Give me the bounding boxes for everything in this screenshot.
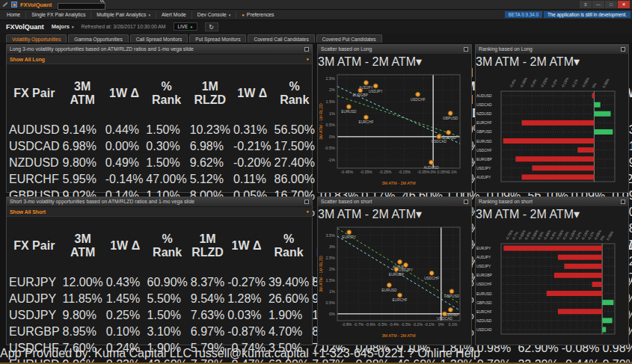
value-cell: 11.85% bbox=[62, 291, 104, 306]
panel-checkbox[interactable] bbox=[621, 200, 625, 204]
svg-text:0%: 0% bbox=[329, 312, 335, 316]
svg-text:0%: 0% bbox=[438, 322, 444, 327]
minimize-button[interactable]: — bbox=[592, 1, 604, 8]
menu-item-multiple-pair[interactable]: Multiple Pair Analytics▾ bbox=[91, 11, 156, 19]
category-label: GBPUSD bbox=[476, 301, 492, 305]
panel-title: Ranking based on short bbox=[479, 197, 533, 206]
ranking-short-panel: Ranking based on short 3M ATM - 2M ATM▾ … bbox=[475, 197, 629, 345]
value-cell: -0.74% bbox=[227, 341, 266, 356]
ranking-bar bbox=[503, 246, 602, 251]
tab-gamma-opportunities[interactable]: Gamma Opportunities bbox=[68, 34, 129, 43]
svg-text:0.5%: 0.5% bbox=[325, 300, 335, 305]
panel-checkbox[interactable] bbox=[464, 47, 468, 52]
column-header[interactable]: 3M ATM bbox=[62, 218, 104, 274]
menu-item-home[interactable]: Home bbox=[1, 11, 26, 19]
column-header[interactable]: 1M RLZD bbox=[190, 218, 225, 274]
value-cell: 6.97% bbox=[190, 324, 225, 339]
value-cell: 46.60% bbox=[396, 357, 438, 364]
panel-checkbox[interactable] bbox=[304, 200, 309, 204]
panel-titlebar: Ranking based on short bbox=[476, 197, 628, 207]
svg-text:USDCHF: USDCHF bbox=[411, 98, 426, 102]
panel-checkbox[interactable] bbox=[464, 200, 468, 204]
pair-group-dropdown[interactable]: Majors▾ bbox=[52, 23, 74, 30]
category-label: USDCAD bbox=[476, 328, 492, 332]
tab-volatility-opportunities[interactable]: Volatility Opportunities bbox=[6, 34, 67, 43]
panel-title: Scatter based on short bbox=[321, 197, 372, 206]
column-header[interactable]: FX Pair bbox=[8, 218, 61, 274]
live-toggle[interactable]: LIVE● bbox=[174, 22, 197, 31]
svg-text:-0.2%: -0.2% bbox=[550, 78, 559, 89]
value-cell: 7.87% bbox=[311, 357, 353, 364]
metric-dropdown[interactable]: 3M ATM - 2M ATM▾ bbox=[318, 208, 422, 220]
metric-dropdown[interactable]: 3M ATM - 2M ATM▾ bbox=[318, 55, 422, 68]
svg-text:-0.25%: -0.25% bbox=[540, 76, 549, 88]
refresh-button[interactable]: ↻ bbox=[205, 22, 218, 31]
column-header[interactable]: % Rank bbox=[145, 66, 187, 121]
table-row[interactable]: EURUSD9.06%0.23%42.60%7.78%-0.47%62.90%7… bbox=[8, 357, 632, 364]
svg-text:-0.6%: -0.6% bbox=[365, 322, 375, 327]
dev-notice-badge: The application is still in development. bbox=[544, 11, 631, 18]
svg-text:USDCAD: USDCAD bbox=[432, 140, 447, 144]
ranking-bar bbox=[594, 102, 600, 108]
value-cell: 0.08% bbox=[355, 357, 394, 364]
value-cell: 17.50% bbox=[274, 139, 316, 154]
main-content: Long 3-mo volatility opportunities based… bbox=[0, 43, 632, 347]
short-opportunities-panel: Short 3-mo volatility opportunities base… bbox=[6, 197, 313, 345]
value-cell: 6.98% bbox=[189, 139, 231, 154]
panel-titlebar: Scatter based on Long bbox=[318, 45, 471, 55]
column-header[interactable]: 1W Δ bbox=[105, 66, 144, 121]
window-menu-icon[interactable]: ≡ bbox=[580, 1, 592, 8]
value-cell: 0.70% bbox=[601, 357, 632, 364]
column-header[interactable]: 1W Δ bbox=[227, 218, 266, 274]
menu-item-alert-mode[interactable]: Alert Mode bbox=[156, 11, 192, 19]
menu-item-single-fx[interactable]: Single FX Pair Analytics bbox=[26, 11, 91, 19]
value-cell: 4.70% bbox=[268, 324, 310, 339]
menu-item-preferences[interactable]: ●Preferences bbox=[236, 11, 279, 19]
pin-icon[interactable] bbox=[2, 2, 7, 7]
maximize-button[interactable]: □ bbox=[605, 1, 617, 8]
tab-call-spread-monitors[interactable]: Call Spread Monitors bbox=[130, 34, 188, 43]
ranking-bar bbox=[592, 282, 603, 287]
svg-text:1%: 1% bbox=[329, 289, 335, 294]
svg-text:EURUSD: EURUSD bbox=[341, 110, 357, 114]
column-header[interactable]: 1M RLZD bbox=[189, 66, 231, 121]
fx-pair-cell: USDJPY bbox=[8, 308, 61, 323]
menu-item-dev-console[interactable]: Dev Console▾ bbox=[192, 11, 236, 19]
value-cell: 1.90% bbox=[147, 341, 188, 356]
column-header[interactable]: % Rank bbox=[147, 218, 188, 274]
value-cell: 0.43% bbox=[105, 275, 145, 290]
value-cell: 10.23% bbox=[189, 123, 231, 138]
category-label: EURCHF bbox=[476, 310, 491, 314]
column-header[interactable]: % Rank bbox=[268, 218, 310, 274]
chevron-down-icon: ▾ bbox=[416, 208, 422, 220]
svg-text:EURUSD: EURUSD bbox=[381, 289, 397, 292]
value-cell: 1.50% bbox=[145, 123, 187, 138]
scatter-point: USDCHF bbox=[424, 271, 439, 280]
column-header[interactable]: FX Pair bbox=[8, 66, 61, 121]
chevron-down-icon: ▾ bbox=[574, 55, 580, 68]
close-button[interactable]: ✕ bbox=[618, 1, 630, 8]
show-all-long-header[interactable]: Show All Long ● bbox=[7, 55, 312, 64]
metric-dropdown[interactable]: 3M ATM - 2M ATM▾ bbox=[476, 208, 580, 220]
app-title: FXVolQuant bbox=[20, 1, 52, 8]
category-label: EURGBP bbox=[476, 158, 492, 161]
column-header[interactable]: 3M ATM bbox=[62, 66, 103, 121]
tab-covered-put-candidates[interactable]: Covered Put Candidates bbox=[316, 34, 382, 43]
column-header[interactable]: 1W Δ bbox=[233, 66, 272, 121]
column-header[interactable]: % Rank bbox=[274, 66, 316, 121]
value-cell: 0.44% bbox=[105, 123, 144, 138]
tab-put-spread-monitors[interactable]: Put Spread Monitors bbox=[189, 34, 246, 43]
fx-pair-cell: USDCAD bbox=[8, 139, 61, 154]
value-cell: 1.90% bbox=[268, 308, 310, 323]
ranking-bar bbox=[503, 138, 595, 144]
search-icon[interactable] bbox=[100, 0, 103, 2]
tab-covered-call-candidates[interactable]: Covered Call Candidates bbox=[248, 34, 314, 43]
svg-text:-0.7%: -0.7% bbox=[354, 322, 364, 327]
show-all-short-header[interactable]: Show All Short ● bbox=[7, 207, 312, 217]
search-input[interactable] bbox=[58, 3, 105, 10]
panel-checkbox[interactable] bbox=[621, 47, 625, 52]
panel-checkbox[interactable] bbox=[304, 47, 309, 52]
metric-dropdown[interactable]: 3M ATM - 2M ATM▾ bbox=[476, 55, 580, 68]
chart-toolbar: 3M ATM - 2M ATM▾ bbox=[476, 207, 628, 221]
column-header[interactable]: 1W Δ bbox=[105, 218, 145, 274]
